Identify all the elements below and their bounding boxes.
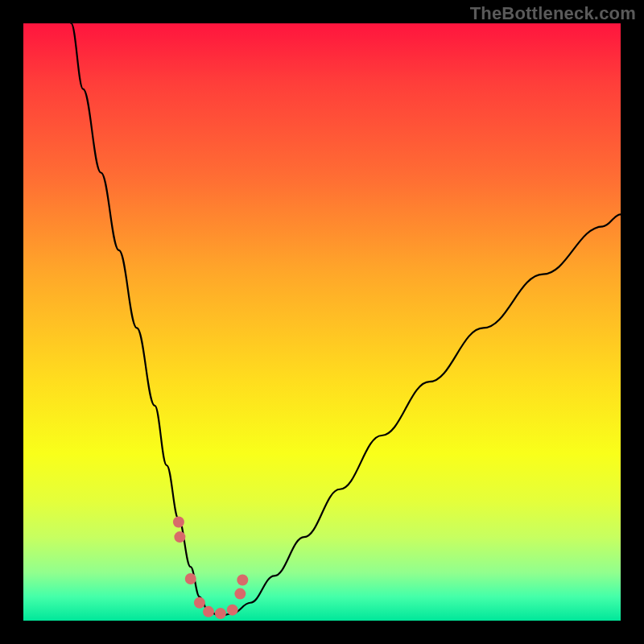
chart-frame: TheBottleneck.com	[0, 0, 644, 644]
plot-area	[23, 23, 621, 621]
sample-point	[203, 606, 214, 617]
watermark-text: TheBottleneck.com	[470, 3, 636, 24]
sample-point	[174, 531, 185, 543]
curve-layer	[23, 23, 621, 621]
sample-point	[227, 605, 238, 616]
sample-point	[234, 588, 246, 600]
sample-point	[215, 608, 226, 619]
bottleneck-curve	[71, 23, 621, 616]
sample-point	[237, 575, 248, 586]
sample-point	[185, 573, 196, 584]
sample-point	[194, 597, 205, 609]
sample-point	[173, 517, 184, 528]
marker-group	[173, 517, 248, 620]
